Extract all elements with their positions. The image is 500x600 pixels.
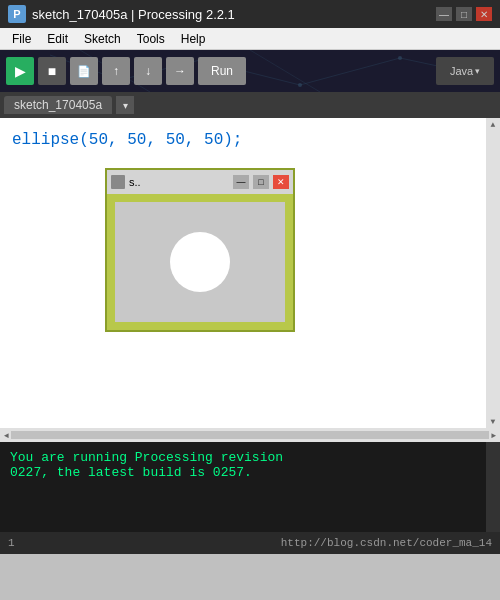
- status-url: http://blog.csdn.net/coder_ma_14: [281, 537, 492, 549]
- save-button[interactable]: ↓: [134, 57, 162, 85]
- code-content: ellipse(50, 50, 50, 50);: [0, 118, 500, 152]
- menu-edit[interactable]: Edit: [39, 30, 76, 48]
- processing-logo: P: [8, 5, 26, 23]
- window-controls: — □ ✕: [436, 7, 492, 21]
- tab-dropdown-button[interactable]: ▾: [116, 96, 134, 114]
- title-bar: P sketch_170405a | Processing 2.2.1 — □ …: [0, 0, 500, 28]
- editor-area[interactable]: ellipse(50, 50, 50, 50); ▲ ▼ s.. — □ ✕: [0, 118, 500, 428]
- menu-bar: File Edit Sketch Tools Help: [0, 28, 500, 50]
- title-bar-left: P sketch_170405a | Processing 2.2.1: [8, 5, 235, 23]
- tab-label: sketch_170405a: [14, 98, 102, 112]
- sketch-maximize-button[interactable]: □: [253, 175, 269, 189]
- sketch-window-title: s..: [129, 176, 229, 188]
- console-line-2: 0227, the latest build is 0257.: [10, 465, 490, 480]
- scroll-left-arrow[interactable]: ◄: [2, 431, 11, 440]
- console-area: You are running Processing revision 0227…: [0, 442, 500, 532]
- sketch-tab[interactable]: sketch_170405a: [4, 96, 112, 114]
- open-button[interactable]: ↑: [102, 57, 130, 85]
- run-label-button[interactable]: Run: [198, 57, 246, 85]
- scroll-track: [11, 431, 489, 439]
- sketch-minimize-button[interactable]: —: [233, 175, 249, 189]
- console-line-1: You are running Processing revision: [10, 450, 490, 465]
- new-file-button[interactable]: 📄: [70, 57, 98, 85]
- toolbar-content: ▶ ■ 📄 ↑ ↓ → Run Java ▾: [6, 57, 494, 85]
- java-label: Java: [450, 65, 473, 77]
- sketch-preview-window: s.. — □ ✕: [105, 168, 295, 332]
- toolbar: ▶ ■ 📄 ↑ ↓ → Run Java ▾: [0, 50, 500, 92]
- window-title: sketch_170405a | Processing 2.2.1: [32, 7, 235, 22]
- status-bar: 1 http://blog.csdn.net/coder_ma_14: [0, 532, 500, 554]
- sketch-ellipse: [170, 232, 230, 292]
- dropdown-arrow-icon: ▾: [475, 66, 480, 76]
- sketch-window-icon: [111, 175, 125, 189]
- run-button[interactable]: ▶: [6, 57, 34, 85]
- menu-file[interactable]: File: [4, 30, 39, 48]
- sketch-canvas: [115, 202, 285, 322]
- export-button[interactable]: →: [166, 57, 194, 85]
- scroll-up-arrow[interactable]: ▲: [491, 120, 496, 129]
- close-button[interactable]: ✕: [476, 7, 492, 21]
- menu-tools[interactable]: Tools: [129, 30, 173, 48]
- menu-help[interactable]: Help: [173, 30, 214, 48]
- console-scrollbar[interactable]: [486, 442, 500, 532]
- stop-button[interactable]: ■: [38, 57, 66, 85]
- horizontal-scrollbar[interactable]: ◄ ►: [0, 428, 500, 442]
- maximize-button[interactable]: □: [456, 7, 472, 21]
- scroll-right-arrow[interactable]: ►: [489, 431, 498, 440]
- minimize-button[interactable]: —: [436, 7, 452, 21]
- sketch-window-titlebar: s.. — □ ✕: [107, 170, 293, 194]
- vertical-scrollbar[interactable]: ▲ ▼: [486, 118, 500, 428]
- tab-bar: sketch_170405a ▾: [0, 92, 500, 118]
- scroll-down-arrow[interactable]: ▼: [491, 417, 496, 426]
- java-mode-button[interactable]: Java ▾: [436, 57, 494, 85]
- menu-sketch[interactable]: Sketch: [76, 30, 129, 48]
- line-number: 1: [8, 537, 15, 549]
- sketch-close-button[interactable]: ✕: [273, 175, 289, 189]
